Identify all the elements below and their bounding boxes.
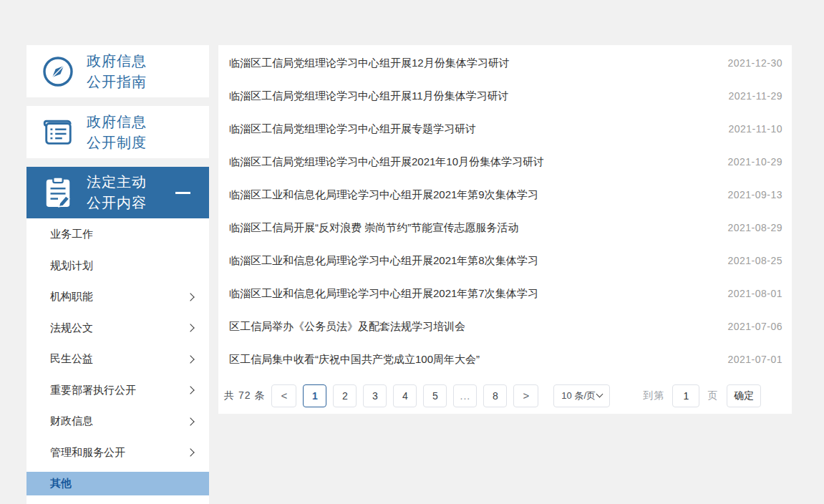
page-size-label: 10 条/页	[561, 389, 596, 402]
goto-prefix-label: 到第	[643, 389, 664, 402]
system-label-line2: 公开制度	[87, 132, 147, 153]
sidebar-item-org-functions[interactable]: 机构职能	[26, 285, 209, 309]
system-label-line1: 政府信息	[87, 112, 147, 132]
next-page-button[interactable]: >	[513, 384, 538, 407]
news-title-link[interactable]: 临淄区工信局党组理论学习中心组开展12月份集体学习研讨	[229, 57, 727, 70]
news-date: 2021-07-06	[727, 321, 782, 332]
content-panel: 临淄区工信局党组理论学习中心组开展12月份集体学习研讨 2021-12-30 临…	[218, 45, 792, 414]
news-date: 2021-09-13	[727, 189, 782, 200]
pagination-total: 共 72 条	[224, 389, 265, 402]
page-ellipsis-button[interactable]: ...	[453, 384, 477, 407]
news-row: 临淄区工信局党组理论学习中心组开展12月份集体学习研讨 2021-12-30	[218, 47, 792, 79]
news-row: 临淄区工信局党组理论学习中心组开展11月份集体学习研讨 2021-11-29	[218, 79, 792, 112]
news-date: 2021-12-30	[727, 57, 782, 69]
chevron-down-icon	[596, 391, 604, 398]
confirm-button[interactable]: 确定	[727, 384, 761, 407]
sidebar-item-regulations[interactable]: 法规公文	[26, 316, 209, 340]
sidebar-item-label: 管理和服务公开	[50, 446, 125, 460]
page-button-4[interactable]: 4	[393, 384, 417, 407]
sidebar-item-label: 业务工作	[50, 228, 93, 241]
prev-page-button[interactable]: <	[271, 384, 296, 407]
sidebar-item-planning[interactable]: 规划计划	[26, 254, 209, 278]
news-row: 区工信局举办《公务员法》及配套法规学习培训会 2021-07-06	[218, 310, 792, 343]
statutory-label-line2: 公开内容	[87, 193, 147, 213]
chevron-right-icon	[186, 293, 194, 301]
news-date: 2021-08-25	[727, 255, 782, 266]
sidebar-item-label: 民生公益	[50, 352, 93, 366]
news-row: 临淄区工业和信息化局理论学习中心组开展2021年第7次集体学习 2021-08-…	[218, 277, 792, 310]
news-list: 临淄区工信局党组理论学习中心组开展12月份集体学习研讨 2021-12-30 临…	[218, 45, 792, 376]
chevron-right-icon	[186, 324, 194, 331]
news-date: 2021-08-01	[727, 288, 782, 299]
news-title-link[interactable]: 区工信局举办《公务员法》及配套法规学习培训会	[229, 320, 727, 334]
page-button-2[interactable]: 2	[333, 384, 357, 407]
compass-icon	[41, 55, 75, 88]
page-button-8[interactable]: 8	[483, 384, 507, 407]
pagination-bar: 共 72 条 < 1 2 3 4 5 ... 8 > 10 条/页 到第 页 确…	[224, 384, 761, 407]
news-title-link[interactable]: 临淄区工业和信息化局理论学习中心组开展2021年第9次集体学习	[229, 188, 727, 202]
news-date: 2021-10-29	[727, 156, 782, 168]
news-title-link[interactable]: 临淄区工信局开展“反对浪费 崇尚节约”节能宣传志愿服务活动	[229, 221, 727, 235]
clipboard-pen-icon	[41, 176, 75, 209]
sidebar-item-other[interactable]: 其他	[26, 472, 209, 495]
page-button-5[interactable]: 5	[423, 384, 447, 407]
news-title-link[interactable]: 临淄区工信局党组理论学习中心组开展2021年10月份集体学习研讨	[229, 155, 727, 169]
guide-label-line2: 公开指南	[87, 72, 147, 92]
sidebar-item-label: 其他	[50, 477, 72, 490]
sidebar-item-label: 规划计划	[50, 259, 93, 273]
sidebar-item-label: 财政信息	[50, 415, 93, 428]
news-title-link[interactable]: 区工信局集中收看“庆祝中国共产党成立100周年大会”	[229, 353, 727, 367]
sidebar-item-management-service[interactable]: 管理和服务公开	[26, 441, 209, 465]
sidebar-item-deployment-disclosure[interactable]: 重要部署执行公开	[26, 379, 209, 402]
news-row: 临淄区工业和信息化局理论学习中心组开展2021年第8次集体学习 2021-08-…	[218, 244, 792, 277]
news-row: 临淄区工信局开展“反对浪费 崇尚节约”节能宣传志愿服务活动 2021-08-29	[218, 211, 792, 244]
chevron-right-icon	[186, 448, 194, 456]
ledger-icon	[41, 117, 75, 148]
page-button-3[interactable]: 3	[363, 384, 387, 407]
sidebar-item-label: 重要部署执行公开	[50, 384, 136, 397]
news-title-link[interactable]: 临淄区工信局党组理论学习中心组开展专题学习研讨	[229, 122, 728, 136]
chevron-right-icon	[186, 355, 194, 363]
news-title-link[interactable]: 临淄区工业和信息化局理论学习中心组开展2021年第7次集体学习	[229, 287, 727, 301]
news-row: 临淄区工业和信息化局理论学习中心组开展2021年第9次集体学习 2021-09-…	[218, 178, 792, 211]
goto-suffix-label: 页	[707, 389, 717, 402]
goto-page-input[interactable]	[672, 384, 699, 407]
guide-label-line1: 政府信息	[87, 51, 147, 72]
statutory-label-line1: 法定主动	[87, 172, 147, 193]
sidebar-item-business-work[interactable]: 业务工作	[26, 223, 209, 246]
page-button-1[interactable]: 1	[303, 384, 326, 407]
news-row: 临淄区工信局党组理论学习中心组开展2021年10月份集体学习研讨 2021-10…	[218, 145, 792, 178]
sidebar-item-public-welfare[interactable]: 民生公益	[26, 347, 209, 371]
collapse-minus-icon[interactable]	[175, 192, 190, 194]
sidebar-item-statutory-disclosure[interactable]: 法定主动 公开内容	[26, 167, 209, 218]
news-row: 临淄区工信局党组理论学习中心组开展专题学习研讨 2021-11-10	[218, 112, 792, 145]
sidebar-item-info-system[interactable]: 政府信息 公开制度	[26, 106, 209, 158]
sidebar-submenu: 业务工作 规划计划 机构职能 法规公文 民生公益 重要部署执行公开 财政信息 管…	[26, 218, 209, 504]
sidebar-item-label: 机构职能	[50, 290, 93, 304]
sidebar-item-info-guide[interactable]: 政府信息 公开指南	[26, 45, 209, 97]
news-date: 2021-07-01	[727, 354, 782, 365]
news-date: 2021-08-29	[727, 222, 782, 233]
chevron-right-icon	[186, 386, 194, 394]
news-title-link[interactable]: 临淄区工信局党组理论学习中心组开展11月份集体学习研讨	[229, 89, 728, 103]
news-title-link[interactable]: 临淄区工业和信息化局理论学习中心组开展2021年第8次集体学习	[229, 254, 727, 268]
page-size-select[interactable]: 10 条/页	[553, 384, 610, 407]
news-row: 区工信局集中收看“庆祝中国共产党成立100周年大会” 2021-07-01	[218, 343, 792, 376]
sidebar-item-label: 法规公文	[50, 321, 93, 335]
chevron-right-icon	[186, 417, 194, 425]
sidebar-item-fiscal-info[interactable]: 财政信息	[26, 410, 209, 433]
news-date: 2021-11-29	[728, 90, 782, 102]
news-date: 2021-11-10	[728, 123, 782, 135]
